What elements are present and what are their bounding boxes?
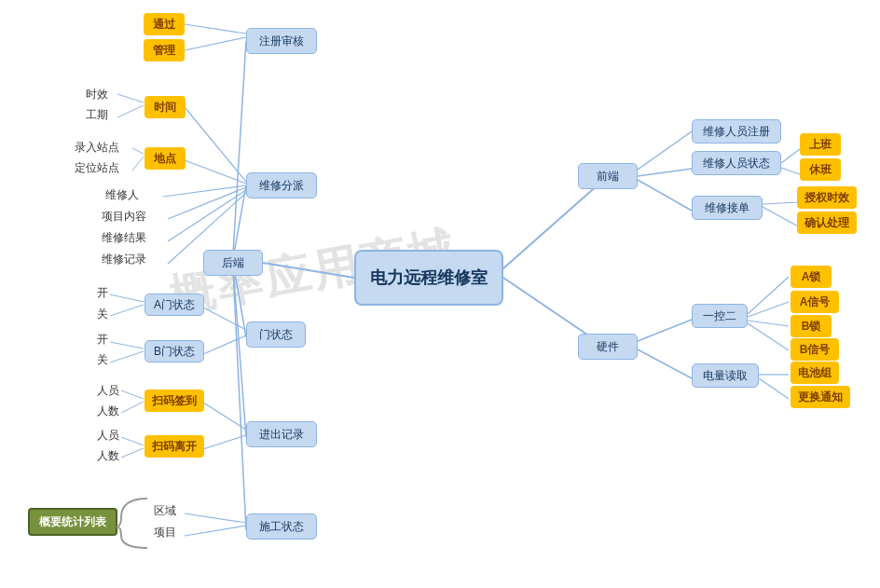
node-guan1: 关 (89, 304, 116, 324)
svg-line-7 (781, 168, 800, 174)
mindmap-canvas: 概率应用商城 (0, 0, 880, 588)
node-shouquan-shixiao: 授权时效 (797, 186, 857, 209)
svg-line-0 (263, 263, 354, 278)
node-saoma-qiandao: 扫码签到 (144, 390, 204, 412)
svg-line-27 (163, 185, 246, 197)
svg-line-5 (638, 180, 692, 211)
node-weixiu-jieguo: 维修结果 (92, 227, 156, 248)
node-shixiao: 时效 (76, 84, 117, 104)
svg-line-11 (638, 349, 692, 378)
node-a-men-zhuangtai: A门状态 (144, 294, 204, 316)
center-node: 电力远程维修室 (354, 250, 503, 306)
svg-line-17 (759, 378, 789, 399)
node-yingji: 硬件 (578, 334, 638, 360)
node-dianliang-duqu: 电量读取 (692, 363, 759, 388)
svg-line-32 (117, 105, 144, 117)
svg-line-36 (203, 335, 246, 354)
svg-line-22 (233, 270, 246, 530)
svg-line-26 (185, 160, 246, 184)
svg-line-28 (168, 187, 246, 219)
node-houduan: 后端 (203, 250, 263, 276)
svg-line-1 (503, 176, 608, 268)
node-weixiu-ren: 维修人 (98, 185, 146, 205)
node-gongqi: 工期 (76, 104, 117, 125)
svg-line-23 (185, 24, 246, 34)
node-kai1: 开 (89, 282, 116, 303)
svg-line-35 (203, 308, 246, 330)
node-weixiu-jilu-item: 维修记录 (92, 249, 156, 269)
svg-line-12 (748, 277, 789, 314)
node-renyuan2: 人员 (89, 425, 127, 445)
node-shigong-zhuangtai: 施工状态 (246, 513, 317, 540)
node-b-xinhao: B信号 (791, 338, 839, 361)
svg-line-9 (763, 207, 800, 227)
node-quyu: 区域 (144, 500, 186, 521)
node-gaiyao-tongji: 概要统计列表 (28, 508, 117, 536)
svg-line-18 (233, 41, 246, 253)
node-zhuce-shenhe: 注册审核 (246, 28, 317, 54)
svg-line-33 (132, 148, 144, 154)
node-xiangmu: 项目 (144, 522, 186, 542)
svg-line-10 (638, 320, 692, 341)
node-weixiu-jiedan: 维修接单 (692, 196, 763, 220)
svg-line-15 (748, 323, 789, 350)
node-dianchi-zu: 电池组 (791, 362, 839, 384)
node-b-men-zhuangtai: B门状态 (144, 340, 204, 362)
svg-line-25 (185, 107, 246, 182)
node-renshu2: 人数 (89, 445, 127, 466)
node-tongguo: 通过 (144, 13, 185, 35)
node-renyuan1: 人员 (89, 380, 127, 401)
node-saoma-likai: 扫码离开 (144, 435, 204, 458)
node-renshu1: 人数 (89, 401, 127, 421)
bracket-svg (112, 494, 149, 550)
svg-line-41 (203, 403, 246, 430)
svg-line-34 (132, 157, 144, 171)
node-guanli: 管理 (144, 39, 185, 62)
node-weixiu-renyuan-zhuangtai: 维修人员状态 (692, 151, 781, 175)
svg-line-24 (185, 37, 246, 50)
node-b-suo: B锁 (791, 315, 832, 337)
node-weixiu-fenpai: 维修分派 (246, 172, 317, 198)
svg-line-3 (638, 131, 692, 170)
node-dingwei-zhangdian: 定位站点 (65, 157, 129, 178)
node-a-xinhao: A信号 (791, 291, 839, 313)
node-shijian: 时间 (144, 96, 186, 118)
node-queren-chuli: 确认处理 (797, 212, 857, 234)
node-qianduan: 前端 (578, 163, 638, 189)
node-guan2: 关 (89, 349, 116, 370)
svg-line-8 (763, 202, 800, 204)
node-genghuan-tongzhi: 更换通知 (791, 386, 850, 408)
svg-line-21 (233, 267, 246, 437)
svg-line-47 (185, 513, 246, 523)
node-a-suo: A锁 (791, 266, 832, 288)
svg-line-48 (185, 526, 246, 536)
svg-line-19 (233, 185, 246, 259)
node-shangban: 上班 (800, 133, 841, 156)
svg-line-6 (781, 149, 800, 163)
svg-line-42 (203, 435, 246, 449)
svg-line-13 (748, 302, 789, 317)
node-kai2: 开 (89, 329, 116, 349)
node-xiangmu-neirong: 项目内容 (92, 206, 156, 226)
node-weixiu-renyuan-zhuce: 维修人员注册 (692, 119, 781, 144)
node-ruru-zhangdian: 录入站点 (65, 137, 129, 157)
svg-line-14 (748, 321, 789, 326)
node-jinchu-jilu: 进出记录 (246, 421, 317, 447)
node-didian: 地点 (144, 147, 186, 170)
node-xiuban: 休班 (800, 158, 841, 181)
svg-line-29 (168, 190, 246, 241)
svg-line-4 (638, 169, 692, 176)
node-men-zhuangtai: 门状态 (246, 321, 306, 348)
node-yikong-er: 一控二 (692, 304, 748, 328)
svg-line-31 (117, 94, 144, 103)
